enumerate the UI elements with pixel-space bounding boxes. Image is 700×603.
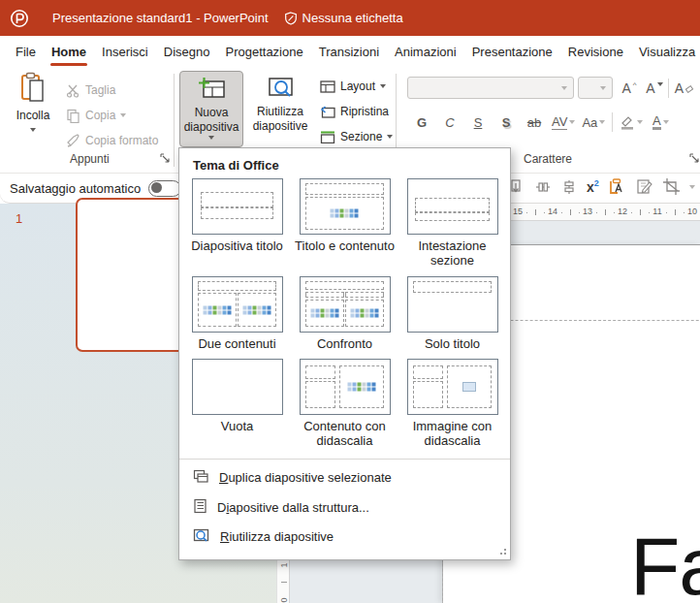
copy-button[interactable]: Copia (66, 105, 126, 126)
chevron-down-icon (569, 120, 575, 124)
font-size-combo[interactable] (578, 77, 613, 99)
new-slide-button[interactable]: Nuova diapositiva (179, 71, 243, 147)
tab-inserisci[interactable]: Inserisci (94, 36, 156, 68)
character-spacing-button[interactable]: AV (552, 111, 575, 134)
format-painter-button[interactable]: Copia formato (66, 130, 158, 151)
edit-icon[interactable] (635, 177, 653, 196)
reset-icon (320, 106, 335, 118)
bold-button[interactable]: G (411, 111, 432, 134)
layout-label: Intestazione sezione (402, 238, 503, 269)
theme-header: Tema di Office (179, 148, 510, 175)
chevron-down-icon[interactable] (689, 185, 695, 189)
paste-label: Incolla (16, 109, 50, 123)
reuse-slides-icon (266, 76, 295, 101)
layout-option-picture-caption[interactable]: Immagine con didascalia (398, 359, 506, 449)
paste-button[interactable]: Incolla (8, 72, 58, 132)
layout-thumbnail (407, 359, 498, 415)
placeholder-box (339, 365, 384, 409)
crop-icon[interactable] (662, 177, 681, 196)
placeholder-box (305, 197, 384, 230)
layout-option-two-content[interactable]: Due contenuti (183, 276, 291, 351)
font-name-combo[interactable] (407, 77, 574, 99)
grow-font-letter: A (621, 80, 630, 96)
reuse-slides-icon (193, 528, 210, 546)
tab-transizioni[interactable]: Transizioni (311, 36, 387, 68)
underline-button[interactable]: S (467, 111, 489, 134)
ribbon-tabs: FileHomeInserisciDisegnoProgettazioneTra… (0, 36, 700, 68)
ruler-mark: 12 (614, 206, 631, 216)
powerpoint-logo-icon (10, 9, 29, 28)
tab-presentazione[interactable]: Presentazione (464, 36, 560, 68)
menu-item-r2[interactable]: Riutilizza diapositive (179, 523, 510, 552)
grow-font-button[interactable]: A^ (619, 77, 640, 100)
distribute-vertical-icon[interactable] (560, 178, 578, 196)
layout-button[interactable]: Layout (320, 76, 386, 97)
sensitivity-label[interactable]: Nessuna etichetta (284, 11, 403, 25)
reset-button[interactable]: Ripristina (320, 101, 389, 122)
placeholder-box (345, 292, 384, 299)
tab-progettazione[interactable]: Progettazione (217, 36, 310, 68)
menu-item-i1[interactable]: Diapositive dalla struttura... (179, 492, 510, 523)
tab-animazioni[interactable]: Animazioni (387, 36, 464, 68)
ruler-tick (666, 212, 667, 213)
italic-button[interactable]: C (439, 111, 461, 134)
chevron-down-icon (380, 84, 386, 88)
highlight-color-button[interactable] (620, 111, 643, 134)
font-color-button[interactable]: A (650, 111, 671, 134)
tab-visualizza[interactable]: Visualizza (631, 36, 700, 68)
layout-thumbnail (300, 359, 391, 415)
reuse-slides-label: Riutilizza diapositive (249, 105, 311, 134)
shrink-font-button[interactable]: A (644, 77, 665, 100)
layout-option-title-content[interactable]: Titolo e contenuto (291, 178, 398, 269)
chevron-down-icon (663, 120, 669, 124)
tab-revisione[interactable]: Revisione (560, 36, 631, 68)
autosave-toggle[interactable] (148, 180, 181, 197)
eraser-icon (685, 84, 694, 93)
superscript-base: x (587, 179, 594, 195)
layout-option-blank[interactable]: Vuota (183, 359, 291, 449)
chevron-down-icon (600, 86, 606, 90)
ruler-tick (561, 212, 562, 213)
clear-formatting-button[interactable]: A (674, 77, 695, 100)
highlighter-icon (620, 114, 635, 130)
layout-option-title[interactable]: Diapositiva titolo (183, 178, 291, 269)
menu-item-d0[interactable]: Duplica diapositive selezionate (179, 463, 510, 492)
chevron-down-icon (120, 113, 126, 117)
layout-option-title-only[interactable]: Solo titolo (398, 276, 506, 351)
layout-option-comparison[interactable]: Confronto (291, 276, 398, 351)
distribute-horizontal-icon[interactable] (534, 178, 552, 196)
layout-label: Titolo e contenuto (295, 238, 395, 253)
section-button[interactable]: Sezione (320, 126, 393, 147)
clipboard-icon (18, 72, 48, 105)
ruler-tick (631, 212, 632, 213)
resize-handle[interactable] (496, 549, 506, 556)
paste-format-icon[interactable] (608, 177, 626, 196)
chevron-down-icon (561, 86, 567, 90)
divider (612, 112, 613, 132)
cut-button[interactable]: Taglia (66, 79, 115, 101)
tab-disegno[interactable]: Disegno (156, 36, 218, 68)
dialog-launcher-icon[interactable] (688, 152, 700, 164)
layout-thumbnail (407, 178, 498, 235)
placeholder-box (447, 365, 492, 409)
text-shadow-button[interactable]: S (495, 111, 517, 134)
strikethrough-letters: ab (527, 115, 541, 130)
duplicate-slides-icon (193, 469, 209, 487)
bold-letter: G (417, 115, 427, 130)
change-case-letters: Aa (582, 115, 597, 130)
superscript-button[interactable]: x2 (587, 178, 599, 195)
ruler-mark: 0 (279, 594, 289, 603)
layout-thumbnail (192, 276, 283, 333)
placeholder-box (345, 300, 384, 328)
slide-title-text[interactable]: Fa (630, 520, 700, 603)
dialog-launcher-icon[interactable] (159, 152, 171, 164)
reuse-slides-button[interactable]: Riutilizza diapositive (248, 71, 312, 134)
layout-option-content-caption[interactable]: Contenuto con didascalia (291, 359, 398, 449)
change-case-button[interactable]: Aa (582, 111, 605, 134)
tab-file[interactable]: File (8, 36, 44, 68)
placeholder-box (198, 281, 276, 291)
strikethrough-button[interactable]: ab (524, 111, 545, 134)
layout-option-section-header[interactable]: Intestazione sezione (398, 178, 506, 269)
tab-home[interactable]: Home (44, 36, 94, 68)
chevron-down-icon (599, 120, 605, 124)
